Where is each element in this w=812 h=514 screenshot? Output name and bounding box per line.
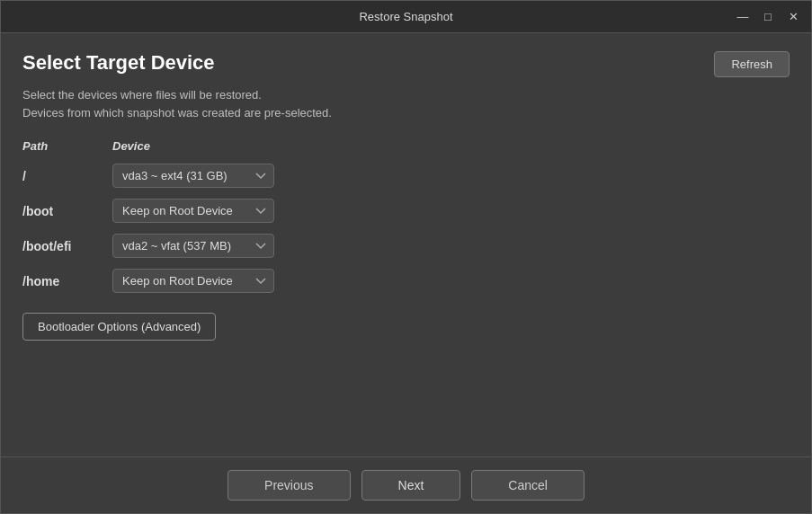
description-line1: Select the devices where files will be r… <box>22 88 262 102</box>
window-title: Restore Snapshot <box>359 10 452 23</box>
table-row: /boot Keep on Root Device vda3 ~ ext4 (3… <box>22 193 790 228</box>
page-title: Select Target Device <box>22 51 215 75</box>
path-boot: /boot <box>22 204 112 218</box>
col-path-header: Path <box>22 139 112 153</box>
header-row: Select Target Device Refresh <box>22 51 790 77</box>
titlebar: Restore Snapshot — □ ✕ <box>1 1 811 33</box>
main-content: Select Target Device Refresh Select the … <box>1 33 811 456</box>
minimize-button[interactable]: — <box>732 6 754 28</box>
path-home: /home <box>22 274 112 288</box>
footer: Previous Next Cancel <box>1 456 811 513</box>
restore-snapshot-window: Restore Snapshot — □ ✕ Select Target Dev… <box>0 0 812 514</box>
description-line2: Devices from which snapshot was created … <box>22 106 332 120</box>
table-row: / vda3 ~ ext4 (31 GB) vda2 ~ vfat (537 M… <box>22 158 790 193</box>
path-root: / <box>22 169 112 183</box>
device-select-root[interactable]: vda3 ~ ext4 (31 GB) vda2 ~ vfat (537 MB)… <box>112 164 274 188</box>
col-device-header: Device <box>112 139 150 153</box>
device-table: Path Device / vda3 ~ ext4 (31 GB) vda2 ~… <box>22 139 790 298</box>
path-boot-efi: /boot/efi <box>22 239 112 253</box>
bootloader-options-button[interactable]: Bootloader Options (Advanced) <box>22 313 216 341</box>
cancel-button[interactable]: Cancel <box>471 470 584 501</box>
maximize-button[interactable]: □ <box>757 6 779 28</box>
device-select-boot[interactable]: Keep on Root Device vda3 ~ ext4 (31 GB) … <box>112 199 274 223</box>
device-select-boot-efi[interactable]: vda2 ~ vfat (537 MB) vda3 ~ ext4 (31 GB)… <box>112 234 274 258</box>
close-button[interactable]: ✕ <box>782 6 804 28</box>
previous-button[interactable]: Previous <box>228 470 350 501</box>
table-row: /home Keep on Root Device vda3 ~ ext4 (3… <box>22 263 790 298</box>
device-select-home[interactable]: Keep on Root Device vda3 ~ ext4 (31 GB) … <box>112 269 274 293</box>
refresh-button[interactable]: Refresh <box>714 51 790 77</box>
next-button[interactable]: Next <box>361 470 461 501</box>
table-row: /boot/efi vda2 ~ vfat (537 MB) vda3 ~ ex… <box>22 228 790 263</box>
table-header: Path Device <box>22 139 790 158</box>
titlebar-controls: — □ ✕ <box>732 6 804 28</box>
description: Select the devices where files will be r… <box>22 86 790 121</box>
